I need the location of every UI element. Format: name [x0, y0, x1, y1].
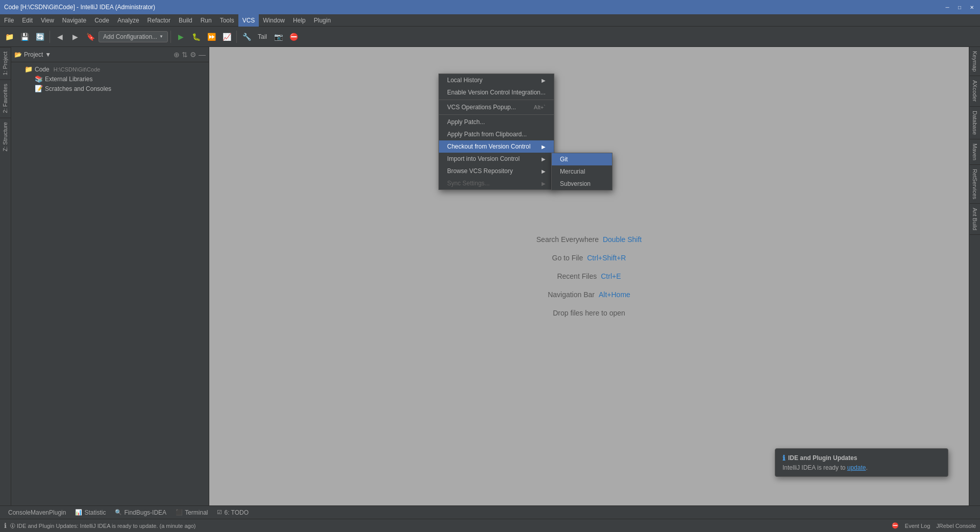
toolbar-screenshot-icon[interactable]: 📷 [271, 30, 285, 44]
vcs-sync-settings[interactable]: Sync Settings... ▶ [439, 177, 554, 189]
toolbar-bookmark-icon[interactable]: 🔖 [83, 30, 97, 44]
menu-navigate[interactable]: Navigate [58, 14, 90, 27]
project-panel-diff-icon[interactable]: ⇅ [182, 51, 188, 59]
vcs-browse-repository[interactable]: Browse VCS Repository ▶ [439, 165, 554, 177]
close-button[interactable]: ✕ [968, 3, 976, 11]
title-bar: Code [H:\CSDN\Git\Code] - IntelliJ IDEA … [0, 0, 980, 14]
toolbar-tail-label[interactable]: Tail [255, 30, 270, 44]
menu-run[interactable]: Run [197, 14, 216, 27]
status-message: 🛈 IDE and Plugin Updates: IntelliJ IDEA … [10, 523, 195, 529]
menu-window[interactable]: Window [259, 14, 289, 27]
toolbar-separator-1 [50, 31, 50, 43]
findbugs-label: FindBugs-IDEA [124, 509, 166, 516]
project-panel-settings-icon[interactable]: ⚙ [190, 51, 197, 59]
add-configuration-button[interactable]: Add Configuration... ▼ [99, 31, 168, 42]
toolbar-run-icon[interactable]: ▶ [174, 30, 188, 44]
toolbar-project-icon[interactable]: 📁 [2, 30, 16, 44]
sidebar-tab-structure[interactable]: Z: Structure [0, 117, 11, 155]
vcs-operations-popup[interactable]: VCS Operations Popup... Alt+` [439, 101, 554, 113]
tree-item-code-root[interactable]: 📁 Code H:\CSDN\Git\Code [11, 64, 209, 74]
menu-vcs[interactable]: VCS [238, 14, 259, 27]
toolbar: 📁 💾 🔄 ◀ ▶ 🔖 Add Configuration... ▼ ▶ 🐛 ⏩… [0, 27, 980, 47]
status-error-icon: ⛔ [892, 522, 899, 529]
menu-build[interactable]: Build [175, 14, 197, 27]
event-log-link[interactable]: Event Log [905, 523, 930, 529]
right-tab-retservices[interactable]: RetServices [970, 165, 980, 204]
sidebar-tab-favorites[interactable]: 2: Favorites [0, 79, 11, 117]
toolbar-forward-icon[interactable]: ▶ [68, 30, 82, 44]
project-panel-add-icon[interactable]: ⊕ [174, 51, 180, 59]
notification-update-link[interactable]: update [847, 464, 866, 471]
vcs-checkout-version-control[interactable]: Checkout from Version Control ▶ [439, 140, 554, 153]
notification-title: ℹ IDE and Plugin Updates [782, 454, 941, 462]
bottom-tab-console-maven[interactable]: ConsoleMavenPlugin [2, 507, 70, 518]
tree-item-external-libraries[interactable]: 📚 External Libraries [11, 74, 209, 84]
editor-area: Search Everywhere Double Shift Go to Fil… [209, 47, 969, 505]
hint-recent-key: Ctrl+E [601, 272, 621, 280]
toolbar-stop-icon[interactable]: ⛔ [286, 30, 301, 44]
sidebar-tab-project[interactable]: 1: Project [0, 47, 11, 79]
submenu-git[interactable]: Git [552, 153, 612, 165]
submenu-mercurial[interactable]: Mercurial [552, 165, 612, 178]
vcs-submenu: Git Mercurial Subversion [551, 153, 612, 190]
status-bar: ℹ 🛈 IDE and Plugin Updates: IntelliJ IDE… [0, 519, 980, 532]
toolbar-run-with-icon[interactable]: ⏩ [204, 30, 218, 44]
tree-item-scratches[interactable]: 📝 Scratches and Consoles [11, 84, 209, 93]
checkout-arrow: ▶ [542, 144, 546, 150]
menu-view[interactable]: View [37, 14, 58, 27]
right-sidebar: Keymap AXcoder Database Maven RetService… [969, 47, 980, 505]
toolbar-debug-icon[interactable]: 🐛 [189, 30, 203, 44]
menu-file[interactable]: File [0, 14, 18, 27]
right-tab-maven[interactable]: Maven [970, 139, 980, 165]
menu-plugin[interactable]: Plugin [310, 14, 335, 27]
bottom-tab-terminal[interactable]: ⬛ Terminal [172, 507, 212, 518]
vcs-enable-integration[interactable]: Enable Version Control Integration... [439, 86, 554, 99]
toolbar-save-icon[interactable]: 💾 [17, 30, 32, 44]
left-sidebar-tabs: 1: Project 2: Favorites Z: Structure [0, 47, 11, 505]
project-dropdown-arrow: ▼ [45, 51, 51, 58]
menu-analyze[interactable]: Analyze [113, 14, 143, 27]
notification-body: IntelliJ IDEA is ready to update. [782, 464, 941, 471]
add-config-label: Add Configuration... [103, 33, 157, 40]
status-info-icon: ℹ [4, 522, 7, 529]
browse-arrow: ▶ [542, 168, 546, 174]
vcs-separator-1 [439, 100, 554, 100]
menu-tools[interactable]: Tools [216, 14, 238, 27]
terminal-icon: ⬛ [176, 509, 183, 516]
vcs-separator-2 [439, 114, 554, 115]
code-folder-icon: 📁 [24, 65, 33, 73]
right-tab-database[interactable]: Database [970, 107, 980, 139]
menu-refactor[interactable]: Refactor [143, 14, 175, 27]
vcs-apply-patch-clipboard[interactable]: Apply Patch from Clipboard... [439, 128, 554, 140]
project-dropdown-label: Project [24, 51, 43, 58]
toolbar-back-icon[interactable]: ◀ [53, 30, 67, 44]
bottom-tab-statistic[interactable]: 📊 Statistic [71, 507, 110, 518]
right-tab-ant-build[interactable]: Ant Build [970, 204, 980, 235]
hint-search: Search Everywhere Double Shift [536, 235, 642, 244]
project-dropdown[interactable]: 📂 Project ▼ [14, 51, 51, 58]
vcs-apply-patch[interactable]: Apply Patch... [439, 116, 554, 128]
menu-help[interactable]: Help [289, 14, 310, 27]
terminal-label: Terminal [185, 509, 208, 516]
tree-item-scratches-label: Scratches and Consoles [45, 85, 111, 92]
right-tab-keymap[interactable]: Keymap [970, 47, 980, 76]
bottom-tab-findbugs[interactable]: 🔍 FindBugs-IDEA [111, 507, 170, 518]
bottom-tab-todo[interactable]: ☑ 6: TODO [213, 507, 253, 518]
menu-code[interactable]: Code [90, 14, 113, 27]
hint-goto-key: Ctrl+Shift+R [587, 254, 626, 262]
jrebel-console-link[interactable]: JRebel Console [936, 523, 976, 529]
hint-search-text: Search Everywhere [536, 235, 599, 244]
toolbar-vcs-icon[interactable]: 🔧 [239, 30, 254, 44]
maximize-button[interactable]: □ [955, 3, 964, 11]
toolbar-sync-icon[interactable]: 🔄 [33, 30, 47, 44]
hint-drop-text: Drop files here to open [553, 309, 625, 317]
menu-edit[interactable]: Edit [18, 14, 37, 27]
minimize-button[interactable]: ─ [943, 3, 951, 11]
project-panel-collapse-icon[interactable]: — [199, 51, 206, 59]
vcs-import-version-control[interactable]: Import into Version Control ▶ [439, 153, 554, 165]
submenu-subversion[interactable]: Subversion [552, 178, 612, 190]
hint-search-key: Double Shift [603, 235, 642, 244]
toolbar-coverage-icon[interactable]: 📈 [219, 30, 234, 44]
vcs-local-history[interactable]: Local History ▶ [439, 74, 554, 86]
right-tab-axcoder[interactable]: AXcoder [970, 76, 980, 106]
